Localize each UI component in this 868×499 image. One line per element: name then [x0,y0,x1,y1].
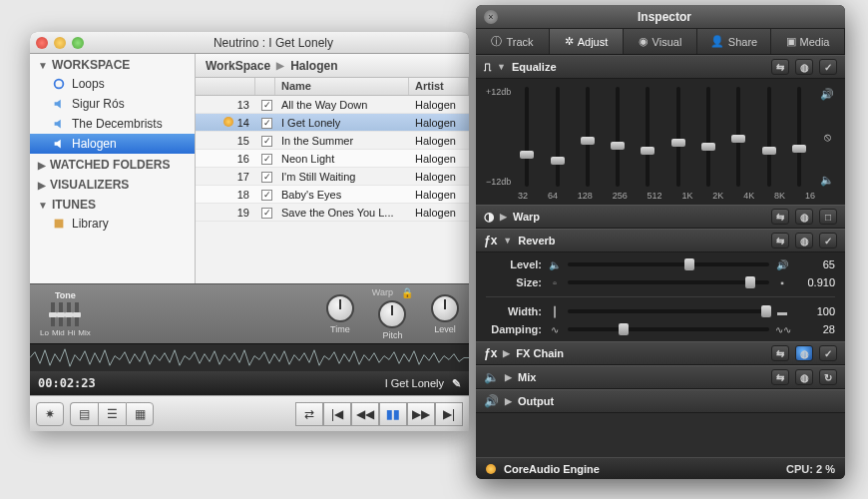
pitch-knob[interactable] [378,300,406,328]
eq-freq-label: 512 [648,191,662,201]
minimize-icon[interactable] [54,37,66,49]
section-fxchain[interactable]: ƒх ▶ FX Chain ⇆ ◍ ✓ [476,341,845,365]
preset-button[interactable]: ⇆ [771,345,789,361]
table-row[interactable]: 13✓All the Way DownHalogen [196,96,469,114]
enable-box[interactable]: □ [819,209,837,225]
time-knob[interactable]: Time [326,294,354,334]
skip-start-button[interactable]: |◀ [323,402,351,426]
level-slider[interactable] [568,262,769,266]
preset-button[interactable]: ⇆ [771,209,789,225]
globe-button[interactable]: ◍ [795,233,813,249]
volume-down-icon[interactable]: 🔈 [819,173,835,187]
table-row[interactable]: 17✓I'm Still WaitingHalogen [196,168,469,186]
track-checkbox[interactable]: ✓ [261,154,272,165]
track-checkbox[interactable]: ✓ [261,100,272,111]
track-checkbox[interactable]: ✓ [261,118,272,129]
eq-band-8K[interactable] [767,87,771,187]
table-header: Name Artist [196,78,469,96]
zoom-icon[interactable] [72,37,84,49]
column-name[interactable]: Name [275,78,409,95]
damping-slider[interactable] [568,327,769,331]
lock-icon[interactable]: 🔒 [401,287,413,298]
table-row[interactable]: 14✓I Get LonelyHalogen [196,114,469,132]
table-row[interactable]: 18✓Baby's EyesHalogen [196,186,469,204]
tab-share[interactable]: 👤Share [697,29,771,54]
sidebar-item-sigur[interactable]: Sigur Rós [30,94,195,114]
sidebar-group-workspace[interactable]: ▼ WORKSPACE [30,54,195,74]
globe-button[interactable]: ◍ [795,369,813,385]
track-checkbox[interactable]: ✓ [261,136,272,147]
sidebar-item-loops[interactable]: Loops [30,74,195,94]
tab-visual[interactable]: ◉Visual [624,29,697,54]
size-small-icon: ▫ [548,277,562,288]
tone-slider-mid[interactable] [59,302,63,326]
section-warp[interactable]: ◑ ▶ Warp ⇆ ◍ □ [476,205,845,229]
view-mode-3-button[interactable]: ▦ [126,402,154,426]
globe-button[interactable]: ◍ [795,345,813,361]
volume-up-icon[interactable]: 🔊 [819,87,835,101]
edit-icon[interactable]: ✎ [452,377,461,390]
pause-button[interactable]: ▮▮ [379,402,407,426]
eq-band-512[interactable] [646,87,650,187]
tab-media[interactable]: ▣Media [771,29,845,54]
eq-freq-label: 2K [712,191,723,201]
globe-button[interactable]: ◍ [795,209,813,225]
eq-band-4K[interactable] [736,87,740,187]
track-checkbox[interactable]: ✓ [261,208,272,219]
sidebar-item-decembrists[interactable]: The Decembrists [30,114,195,134]
tone-slider-hi[interactable] [67,302,71,326]
forward-button[interactable]: ▶▶ [407,402,435,426]
shuffle-button[interactable]: ⇄ [295,402,323,426]
enable-check[interactable]: ✓ [819,233,837,249]
track-checkbox[interactable]: ✓ [261,190,272,201]
view-mode-2-button[interactable]: ☰ [98,402,126,426]
section-output[interactable]: 🔊 ▶ Output [476,389,845,413]
breadcrumb-a[interactable]: WorkSpace [206,59,270,73]
table-row[interactable]: 16✓Neon LightHalogen [196,150,469,168]
sidebar-item-halogen[interactable]: Halogen [30,134,195,154]
breadcrumb-b[interactable]: Halogen [290,59,337,73]
section-reverb[interactable]: ƒх ▼ Reverb ⇆ ◍ ✓ [476,229,845,252]
waveform[interactable] [30,343,469,371]
preset-button[interactable]: ⇆ [771,369,789,385]
eq-band-1K[interactable] [676,87,680,187]
reset-icon[interactable]: ⦸ [819,130,835,144]
sidebar-item-library[interactable]: Library [30,214,195,234]
reload-button[interactable]: ↻ [819,369,837,385]
sidebar-group-watched[interactable]: ▶ WATCHED FOLDERS [30,154,195,174]
sidebar-group-visualizers[interactable]: ▶ VISUALIZERS [30,174,195,194]
width-slider[interactable] [568,309,769,313]
preset-button[interactable]: ⇆ [771,59,789,75]
table-row[interactable]: 19✓Save the Ones You L...Halogen [196,204,469,222]
skip-end-button[interactable]: ▶| [435,402,463,426]
view-mode-1-button[interactable]: ▤ [70,402,98,426]
table-row[interactable]: 15✓In the SummerHalogen [196,132,469,150]
rewind-button[interactable]: ◀◀ [351,402,379,426]
eq-band-128[interactable] [586,87,590,187]
eq-band-32[interactable] [525,87,529,187]
size-slider[interactable] [568,280,769,284]
enable-check[interactable]: ✓ [819,345,837,361]
globe-button[interactable]: ◍ [795,59,813,75]
eq-band-2K[interactable] [706,87,710,187]
sidebar-group-itunes[interactable]: ▼ ITUNES [30,194,195,214]
tone-slider-lo[interactable] [51,302,55,326]
close-icon[interactable] [36,37,48,49]
gear-button[interactable]: ✷ [36,402,64,426]
close-icon[interactable]: × [484,10,498,24]
eq-band-64[interactable] [556,87,560,187]
enable-check[interactable]: ✓ [819,59,837,75]
reverb-icon: ƒх [484,234,497,248]
eq-band-256[interactable] [616,87,620,187]
section-mix[interactable]: 🔈 ▶ Mix ⇆ ◍ ↻ [476,365,845,389]
tab-track[interactable]: ⓘTrack [476,29,550,54]
tone-slider-mix[interactable] [75,302,79,326]
column-artist[interactable]: Artist [409,78,469,95]
eq-band-16[interactable] [797,87,801,187]
tone-control: Tone Lo Mid Hi Mix [40,290,91,337]
section-equalize[interactable]: ⎍ ▼ Equalize ⇆ ◍ ✓ [476,55,845,79]
level-knob[interactable]: Level [431,294,459,334]
preset-button[interactable]: ⇆ [771,233,789,249]
tab-adjust[interactable]: ✲Adjust [550,29,624,54]
track-checkbox[interactable]: ✓ [261,172,272,183]
